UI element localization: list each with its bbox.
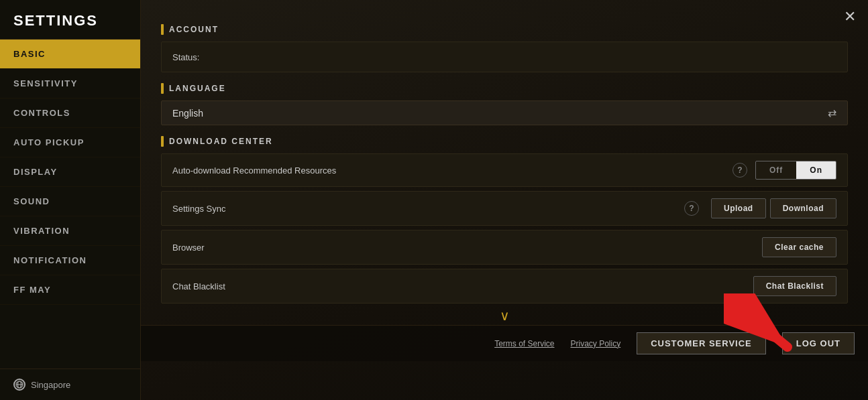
logout-button[interactable]: LOG OUT (782, 332, 855, 354)
language-section-header: LANGUAGE (161, 83, 848, 94)
language-selector-row[interactable]: English ⇄ (161, 101, 848, 125)
language-switch-icon[interactable]: ⇄ (828, 107, 836, 119)
settings-title: SETTINGS (0, 0, 140, 40)
sidebar-item-basic[interactable]: BASIC (0, 40, 140, 69)
settings-sync-row: Settings Sync ? Upload Download (161, 191, 848, 226)
sidebar-footer: Singapore (0, 369, 140, 400)
download-button[interactable]: Download (770, 198, 836, 218)
main-content: ✕ ACCOUNT Status: LANGUAGE English ⇄ DOW… (141, 0, 868, 400)
sidebar-item-sensitivity[interactable]: SENSITIVITY (0, 69, 140, 98)
account-section-header: ACCOUNT (161, 24, 848, 35)
customer-service-button[interactable]: CUSTOMER SERVICE (637, 332, 766, 354)
region-label: Singapore (31, 380, 70, 390)
sidebar-item-display[interactable]: DISPLAY (0, 157, 140, 187)
sidebar-item-controls[interactable]: CONTROLS (0, 98, 140, 128)
chat-blacklist-label: Chat Blacklist (172, 281, 749, 291)
language-value: English (172, 108, 828, 119)
auto-download-off-btn[interactable]: Off (756, 161, 796, 179)
settings-sync-help-icon[interactable]: ? (684, 201, 699, 216)
footer-bar: Terms of Service Privacy Policy CUSTOMER… (141, 325, 868, 361)
terms-of-service-link[interactable]: Terms of Service (494, 339, 554, 348)
auto-download-help-icon[interactable]: ? (733, 163, 747, 178)
account-status-row: Status: (161, 42, 848, 72)
auto-download-toggle[interactable]: Off On (755, 161, 836, 180)
upload-button[interactable]: Upload (711, 198, 766, 218)
sidebar-item-vibration[interactable]: VIBRATION (0, 216, 140, 246)
settings-sync-label: Settings Sync (172, 204, 684, 214)
browser-label: Browser (172, 243, 758, 253)
auto-download-row: Auto-download Recommended Resources ? Of… (161, 153, 848, 187)
browser-row: Browser Clear cache (161, 230, 848, 265)
sidebar-item-ffmay[interactable]: FF MAY (0, 275, 140, 305)
download-center-header: DOWNLOAD CENTER (161, 136, 848, 147)
clear-cache-button[interactable]: Clear cache (762, 237, 836, 257)
auto-download-label: Auto-download Recommended Resources (172, 165, 733, 176)
scroll-chevron: ∨ (161, 308, 848, 324)
sidebar-item-notification[interactable]: NOTIFICATION (0, 246, 140, 275)
globe-icon (13, 379, 25, 391)
chat-blacklist-row: Chat Blacklist Chat Blacklist (161, 269, 848, 304)
sidebar-item-sound[interactable]: SOUND (0, 187, 140, 216)
account-status-label: Status: (172, 52, 836, 62)
sidebar-item-auto-pickup[interactable]: AUTO PICKUP (0, 128, 140, 157)
sidebar: SETTINGS BASIC SENSITIVITY CONTROLS AUTO… (0, 0, 141, 400)
privacy-policy-link[interactable]: Privacy Policy (570, 339, 620, 348)
chat-blacklist-button[interactable]: Chat Blacklist (753, 276, 836, 296)
auto-download-on-btn[interactable]: On (796, 161, 836, 179)
close-button[interactable]: ✕ (844, 8, 856, 25)
